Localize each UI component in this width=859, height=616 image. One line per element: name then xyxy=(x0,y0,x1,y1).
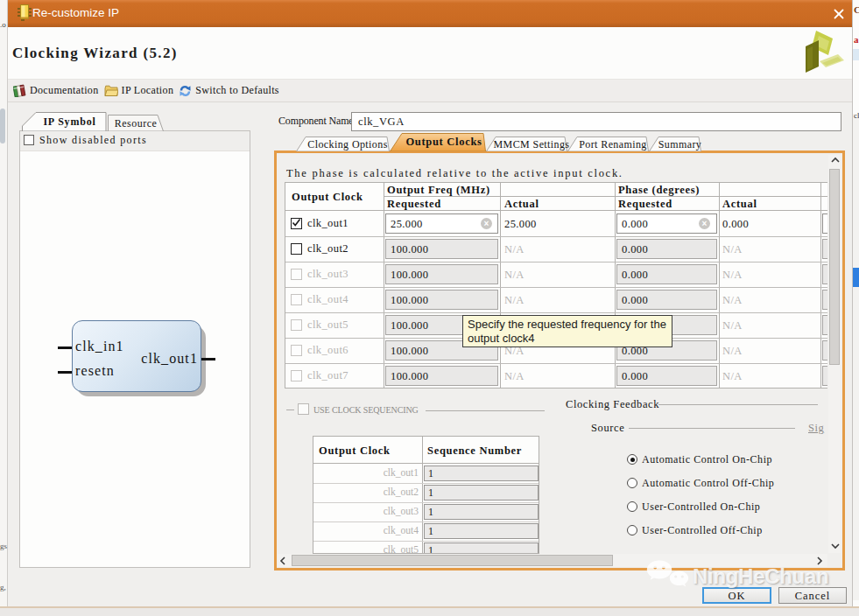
column-header-actual: Actual xyxy=(722,198,757,211)
bg-scrollbar-fragment xyxy=(0,108,5,144)
scroll-up-arrow[interactable] xyxy=(829,155,841,167)
sequence-number-input[interactable]: 1 xyxy=(424,542,539,554)
tab-clocking-options[interactable]: Clocking Options xyxy=(296,136,390,151)
tab-summary[interactable]: Summary xyxy=(649,136,701,151)
radio-label: User-Controlled On-Chip xyxy=(642,500,760,514)
column-header-output-clock: Output Clock xyxy=(292,191,363,204)
vertical-scrollbar[interactable] xyxy=(828,155,841,553)
radio-user-controlled-off-chip[interactable] xyxy=(627,525,637,536)
component-name-value: clk_VGA xyxy=(358,116,405,128)
radio-user-controlled-on-chip[interactable] xyxy=(627,501,637,512)
scroll-left-arrow[interactable] xyxy=(278,555,290,566)
phase-actual-value: N/A xyxy=(722,319,743,332)
sequence-number-input[interactable]: 1 xyxy=(424,523,539,539)
tab-label: MMCM Settings xyxy=(491,138,573,151)
phase-note: The phase is calculated relative to the … xyxy=(286,167,623,180)
bg-fragment: a xyxy=(854,34,859,45)
seq-clock-name: clk_out3 xyxy=(313,506,419,516)
toolbar-item-documentation[interactable]: Documentation xyxy=(13,84,99,97)
documentation-books-icon xyxy=(13,84,26,97)
output-clock-checkbox[interactable] xyxy=(291,243,302,255)
clear-input-icon[interactable]: × xyxy=(699,218,710,229)
table-grid-line xyxy=(384,196,827,197)
background-window-right-sliver: C a cl xyxy=(852,0,859,616)
freq-requested-input[interactable]: 100.000 xyxy=(385,264,498,284)
seq-clock-name: clk_out5 xyxy=(313,544,419,554)
tooltip: Specify the requested frequency for the … xyxy=(462,315,672,347)
scroll-down-arrow[interactable] xyxy=(829,541,841,553)
phase-requested-input[interactable]: 0.000 xyxy=(616,239,717,259)
phase-requested-input[interactable]: 0.000 xyxy=(616,290,717,310)
column-header-actual: Actual xyxy=(504,198,539,211)
background-bottom-band xyxy=(0,608,859,616)
tooltip-line1: Specify the requested frequency for the xyxy=(468,318,672,332)
phase-requested-input[interactable]: 0.000 xyxy=(616,264,717,284)
sequence-number-input[interactable]: 1 xyxy=(424,466,539,481)
output-clock-checkbox[interactable] xyxy=(291,269,302,280)
tab-ip-symbol[interactable]: IP Symbol xyxy=(22,112,107,131)
sequence-table: Output ClockSequence Numberclk_out11clk_… xyxy=(313,436,539,554)
bg-fragment: .o xyxy=(0,20,6,29)
table-row: clk_out125.000×25.0000.000×0.000 xyxy=(285,211,827,236)
port-label-clk-in1: clk_in1 xyxy=(75,339,124,354)
close-button[interactable] xyxy=(828,4,849,23)
tab-output-clocks[interactable]: Output Clocks xyxy=(390,133,486,151)
toolbar-item-switch-to-defaults[interactable]: Switch to Defaults xyxy=(179,84,279,97)
toolbar-item-ip-location[interactable]: IP Location xyxy=(104,84,174,97)
phase-actual-value: 0.000 xyxy=(722,218,749,231)
bg-block xyxy=(853,49,859,60)
tab-mmcm-settings[interactable]: MMCM Settings xyxy=(486,136,567,151)
horizontal-scrollbar-thumb[interactable] xyxy=(292,555,613,566)
wizard-title: Clocking Wizard (5.2) xyxy=(12,45,178,62)
freq-requested-input[interactable]: 100.000 xyxy=(385,290,498,310)
table-grid-line xyxy=(422,437,423,554)
output-clock-checkbox[interactable] xyxy=(291,294,302,305)
port-stub-clk-in1 xyxy=(58,346,72,349)
toolbar-item-label: IP Location xyxy=(122,84,174,97)
show-disabled-ports-checkbox[interactable] xyxy=(24,135,34,145)
sequence-number-input[interactable]: 1 xyxy=(424,504,539,520)
seq-header-output-clock: Output Clock xyxy=(319,444,391,458)
tab-resource[interactable]: Resource xyxy=(108,115,164,131)
vertical-scrollbar-thumb[interactable] xyxy=(829,169,840,365)
clear-input-icon[interactable]: × xyxy=(481,218,492,229)
use-clock-sequencing-checkbox[interactable] xyxy=(298,403,309,415)
component-name-input[interactable]: clk_VGA xyxy=(351,112,841,131)
output-clock-checkbox[interactable] xyxy=(291,345,302,356)
radio-automatic-control-on-chip[interactable] xyxy=(627,454,637,465)
phase-requested-input[interactable]: 0.000 xyxy=(616,366,717,386)
output-clock-name: clk_out6 xyxy=(307,344,349,357)
radio-label: Automatic Control Off-Chip xyxy=(642,477,774,490)
freq-requested-input[interactable]: 100.000 xyxy=(385,239,498,259)
freq-actual-value: N/A xyxy=(504,294,525,307)
seq-row-line xyxy=(313,541,539,542)
output-clocks-panel: The phase is calculated relative to the … xyxy=(274,150,845,570)
seq-clock-name: clk_out4 xyxy=(313,525,419,536)
dialog-titlebar[interactable]: Re-customize IP xyxy=(8,0,852,27)
seq-line-right xyxy=(426,410,545,411)
output-clock-checkbox[interactable] xyxy=(291,319,302,331)
tab-port-renaming[interactable]: Port Renaming xyxy=(567,136,649,151)
dialog-title: Re-customize IP xyxy=(32,6,119,19)
freq-requested-input[interactable]: 100.000 xyxy=(385,366,498,386)
phase-actual-value: N/A xyxy=(722,345,743,358)
tab-label: Clocking Options xyxy=(301,138,395,151)
clipped-column-input xyxy=(822,290,827,310)
bg-fragment: g, xyxy=(0,583,6,592)
switch-defaults-icon xyxy=(179,85,192,97)
output-clock-checkbox[interactable] xyxy=(291,370,302,382)
freq-actual-value: 25.000 xyxy=(504,218,537,231)
tab-ip-symbol-label: IP Symbol xyxy=(27,116,112,129)
sequence-number-input[interactable]: 1 xyxy=(424,485,539,500)
toolbar-item-label: Switch to Defaults xyxy=(195,84,279,97)
table-row: clk_out2100.000N/A0.000N/A xyxy=(285,236,827,262)
table-row: clk_out4100.000N/A0.000N/A xyxy=(285,287,827,312)
xilinx-logo xyxy=(805,30,847,79)
clipped-column-input xyxy=(822,214,827,234)
radio-automatic-control-off-chip[interactable] xyxy=(627,478,637,488)
clipped-column-input xyxy=(822,264,827,284)
output-clock-checkbox[interactable] xyxy=(291,218,302,229)
radio-label: Automatic Control On-Chip xyxy=(642,453,772,466)
port-label-resetn: resetn xyxy=(75,363,115,379)
radio-label: User-Controlled Off-Chip xyxy=(642,524,763,537)
